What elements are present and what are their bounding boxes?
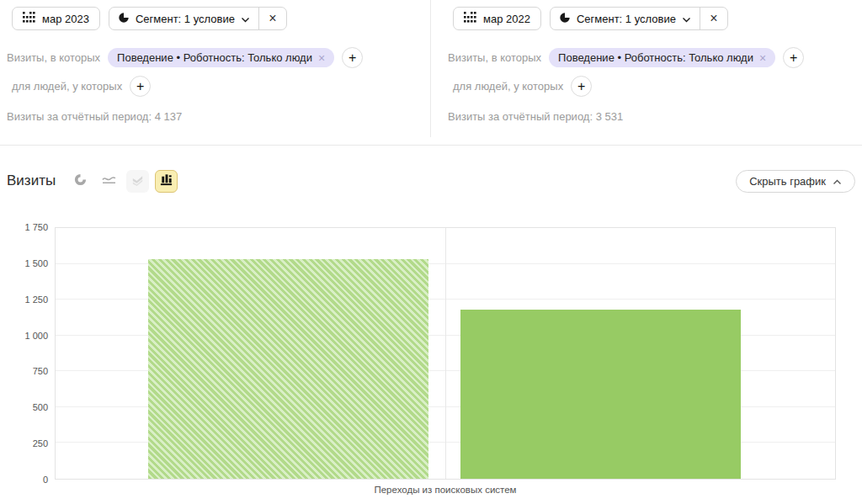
y-tick-label: 250 bbox=[33, 438, 48, 448]
visits-condition-row: Визиты, в которых Поведение • Роботность… bbox=[7, 47, 363, 68]
x-axis-category-label: Переходы из поисковых систем bbox=[55, 485, 836, 495]
y-tick-label: 750 bbox=[33, 366, 48, 376]
chart-type-switcher bbox=[69, 170, 178, 193]
date-period-label: мар 2022 bbox=[483, 13, 530, 25]
segment-dropdown[interactable]: Сегмент: 1 условие bbox=[551, 8, 700, 29]
hide-graph-button[interactable]: Скрыть график bbox=[736, 170, 855, 193]
y-tick-label: 0 bbox=[43, 475, 48, 485]
people-condition-row: для людей, у которых + bbox=[453, 76, 592, 97]
line-chart-icon bbox=[101, 173, 117, 189]
visits-condition-label: Визиты, в которых bbox=[448, 51, 541, 64]
segment-panel-b: мар 2022 Сегмент: 1 условие × Визиты, в … bbox=[448, 0, 855, 145]
bar-mar-2022[interactable] bbox=[460, 310, 741, 479]
chevron-down-icon bbox=[682, 13, 691, 25]
add-visit-condition-button[interactable]: + bbox=[783, 47, 804, 68]
segment-remove-button[interactable]: × bbox=[700, 8, 727, 29]
segment-control: Сегмент: 1 условие × bbox=[550, 7, 728, 30]
add-visit-condition-button[interactable]: + bbox=[342, 47, 363, 68]
metrica-compare-page: мар 2023 Сегмент: 1 условие × Визиты, в … bbox=[0, 0, 862, 504]
segment-panel-a: мар 2023 Сегмент: 1 условие × Визиты, в … bbox=[7, 0, 424, 145]
report-total-value: 3 531 bbox=[596, 110, 624, 123]
report-total: Визиты за отчётный период: 4 137 bbox=[7, 110, 182, 123]
pie-chart-type-button[interactable] bbox=[69, 170, 92, 193]
visits-condition-row: Визиты, в которых Поведение • Роботность… bbox=[448, 47, 804, 68]
y-axis: 02505007501 0001 2501 5001 750 bbox=[0, 227, 48, 480]
people-condition-row: для людей, у которых + bbox=[12, 76, 151, 97]
segment-control: Сегмент: 1 условие × bbox=[109, 7, 287, 30]
y-tick-label: 1 000 bbox=[24, 331, 48, 341]
bar-chart-icon bbox=[159, 172, 173, 190]
segment-remove-button[interactable]: × bbox=[259, 8, 286, 29]
plot-area bbox=[55, 227, 836, 480]
bar-mar-2023[interactable] bbox=[148, 259, 428, 479]
segment-label: Сегмент: 1 условие bbox=[136, 13, 235, 25]
y-tick-label: 1 750 bbox=[24, 222, 48, 232]
report-total: Визиты за отчётный период: 3 531 bbox=[448, 110, 623, 123]
stacked-area-icon bbox=[130, 172, 145, 190]
pie-segment-icon bbox=[559, 12, 571, 26]
segment-dropdown[interactable]: Сегмент: 1 условие bbox=[109, 8, 258, 29]
bar-chart-type-button[interactable] bbox=[155, 170, 178, 193]
calendar-grid-icon bbox=[464, 12, 476, 25]
y-tick-label: 1 250 bbox=[24, 294, 48, 305]
chevron-down-icon bbox=[241, 13, 250, 25]
calendar-grid-icon bbox=[23, 12, 35, 25]
people-condition-label: для людей, у которых bbox=[12, 80, 122, 93]
condition-chip-close-icon[interactable]: × bbox=[318, 51, 325, 65]
add-people-condition-button[interactable]: + bbox=[571, 76, 592, 97]
chevron-up-icon bbox=[833, 175, 842, 188]
hide-graph-label: Скрыть график bbox=[749, 175, 826, 188]
people-condition-label: для людей, у которых bbox=[453, 80, 563, 93]
condition-chip-close-icon[interactable]: × bbox=[759, 51, 766, 65]
condition-chip-label: Поведение • Роботность: Только люди bbox=[558, 51, 753, 64]
segment-label: Сегмент: 1 условие bbox=[577, 13, 676, 25]
chart-title: Визиты bbox=[7, 172, 56, 189]
segment-a-toolbar: мар 2023 Сегмент: 1 условие × bbox=[12, 7, 287, 30]
category-divider-line bbox=[445, 228, 446, 479]
donut-chart-icon bbox=[73, 172, 88, 190]
report-total-label: Визиты за отчётный период: bbox=[448, 110, 593, 123]
section-horizontal-divider bbox=[0, 145, 862, 146]
date-period-button[interactable]: мар 2023 bbox=[12, 7, 100, 30]
line-chart-type-button[interactable] bbox=[98, 170, 120, 193]
y-tick-label: 500 bbox=[33, 402, 48, 412]
y-tick-label: 1 500 bbox=[24, 258, 48, 268]
pie-segment-icon bbox=[118, 12, 130, 26]
add-people-condition-button[interactable]: + bbox=[130, 76, 151, 97]
condition-chip[interactable]: Поведение • Роботность: Только люди × bbox=[549, 48, 775, 67]
report-total-label: Визиты за отчётный период: bbox=[7, 110, 152, 123]
condition-chip[interactable]: Поведение • Роботность: Только люди × bbox=[108, 48, 334, 67]
area-chart-type-button[interactable] bbox=[126, 170, 149, 193]
condition-chip-label: Поведение • Роботность: Только люди bbox=[117, 51, 312, 64]
report-total-value: 4 137 bbox=[155, 110, 183, 123]
date-period-button[interactable]: мар 2022 bbox=[453, 7, 541, 30]
segment-b-toolbar: мар 2022 Сегмент: 1 условие × bbox=[453, 7, 728, 30]
visits-condition-label: Визиты, в которых bbox=[7, 51, 100, 64]
panel-vertical-divider bbox=[430, 0, 431, 137]
date-period-label: мар 2023 bbox=[42, 13, 89, 25]
